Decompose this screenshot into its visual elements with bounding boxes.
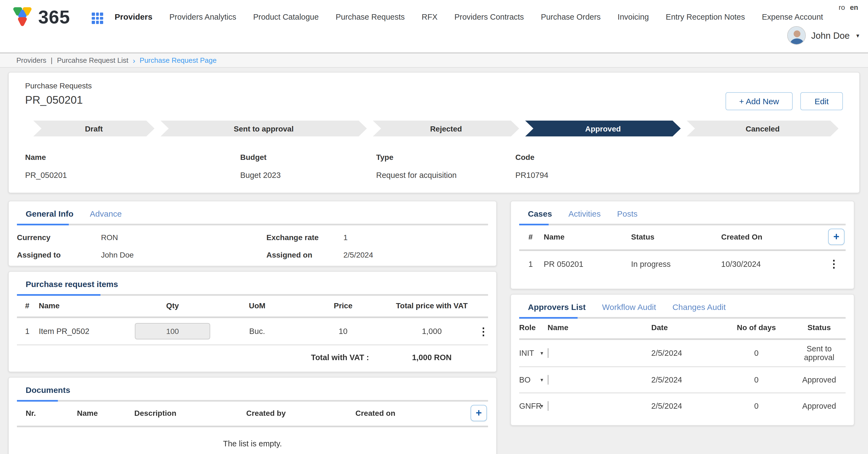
tab-purchase-request-items[interactable]: Purchase request items [26, 280, 118, 289]
logo-triangles-icon [10, 5, 35, 29]
tab-general-info[interactable]: General Info [26, 209, 73, 218]
approvers-tabs: Approvers List Workflow Audit Changes Au… [519, 300, 846, 317]
add-document-button[interactable]: + [471, 405, 487, 421]
app-grid-icon[interactable] [92, 12, 103, 24]
col-name: Name [544, 232, 631, 241]
col-description: Description [134, 409, 246, 417]
tab-posts[interactable]: Posts [617, 209, 638, 218]
status-stepper: Draft Sent to approval Rejected Approved… [33, 121, 839, 136]
exchange-rate-value: 1 [343, 233, 488, 242]
col-num: # [17, 301, 39, 310]
breadcrumb-chevron-icon: › [133, 56, 135, 65]
tab-underline [17, 400, 488, 401]
approver-days: 0 [717, 376, 796, 384]
col-status: Status [631, 232, 721, 241]
documents-empty-message: The list is empty. [17, 427, 488, 454]
item-total: 1,000 [385, 327, 478, 335]
app-window: 365 Providers Providers Analytics Produc… [0, 0, 868, 454]
col-num: # [519, 232, 544, 241]
nav-providers-analytics[interactable]: Providers Analytics [169, 12, 236, 21]
nav-rfx[interactable]: RFX [422, 12, 438, 21]
col-uom: UoM [213, 301, 301, 310]
tab-workflow-audit[interactable]: Workflow Audit [602, 302, 656, 312]
tab-activities[interactable]: Activities [568, 209, 600, 218]
lang-en[interactable]: en [850, 3, 858, 11]
cases-table-header: # Name Status Created On + [519, 225, 846, 249]
tab-cases[interactable]: Cases [528, 209, 552, 218]
col-no-of-days: No of days [717, 323, 796, 332]
case-name: PR 050201 [544, 259, 631, 268]
col-created-on: Created on [355, 409, 448, 417]
col-date: Date [651, 323, 717, 332]
field-code: Code PR10794 [515, 153, 851, 180]
step-draft: Draft [33, 121, 154, 136]
nav-providers-contracts[interactable]: Providers Contracts [455, 12, 524, 21]
approver-role: BO [519, 376, 548, 384]
breadcrumb-purchase-request-page[interactable]: Purchase Request Page [140, 56, 217, 64]
field-name-label: Name [25, 153, 240, 162]
qty-input[interactable] [135, 323, 210, 339]
assigned-on-label: Assigned on [267, 251, 343, 259]
chevron-down-icon: ▾ [856, 32, 859, 39]
nav-invoicing[interactable]: Invoicing [618, 12, 649, 21]
nav-purchase-orders[interactable]: Purchase Orders [541, 12, 600, 21]
approver-name-select[interactable]: ▾ [548, 375, 549, 385]
col-created-on: Created On [721, 232, 819, 241]
tab-underline [519, 224, 846, 225]
approver-role: GNFR [519, 401, 548, 410]
col-created-by: Created by [246, 409, 355, 417]
app-logo[interactable]: 365 [10, 5, 70, 29]
purchase-request-items-tabs: Purchase request items [17, 277, 488, 294]
general-info-card: General Info Advance Currency RON Exchan… [8, 201, 497, 266]
nav-purchase-requests[interactable]: Purchase Requests [336, 12, 405, 21]
approver-status: Approved [796, 376, 846, 384]
col-qty: Qty [131, 301, 213, 310]
nav-providers[interactable]: Providers [115, 12, 152, 21]
language-switcher: ro en [839, 3, 858, 11]
avatar-image [788, 27, 806, 45]
total-with-vat-label: Total with VAT : [17, 353, 385, 362]
item-row: 1 Item PR_0502 Buc. 10 1,000 ⋮ [17, 318, 488, 344]
nav-product-catalogue[interactable]: Product Catalogue [253, 12, 318, 21]
tab-advance[interactable]: Advance [90, 209, 122, 218]
field-budget-value: Buget 2023 [240, 171, 376, 180]
purchase-request-items-card: Purchase request items # Name Qty UoM Pr… [8, 271, 497, 372]
approver-name-select[interactable]: ▾ [548, 401, 549, 411]
exchange-rate-label: Exchange rate [267, 233, 343, 242]
row-menu-icon[interactable]: ⋮ [819, 259, 846, 269]
header-actions: + Add New Edit [725, 92, 843, 110]
row-menu-icon[interactable]: ⋮ [478, 326, 495, 336]
field-code-label: Code [515, 153, 851, 162]
case-num: 1 [519, 259, 544, 268]
section-label: Purchase Requests [17, 81, 851, 90]
tab-documents[interactable]: Documents [26, 385, 70, 394]
lang-ro[interactable]: ro [839, 3, 845, 11]
assigned-to-value: John Doe [101, 251, 267, 259]
nav-entry-reception-notes[interactable]: Entry Reception Notes [666, 12, 745, 21]
items-table-header: # Name Qty UoM Price Total price with VA… [17, 296, 488, 317]
user-menu[interactable]: John Doe ▾ [787, 26, 859, 45]
tab-changes-audit[interactable]: Changes Audit [673, 302, 726, 312]
total-with-vat-value: 1,000 RON [385, 353, 478, 362]
add-new-button[interactable]: + Add New [725, 92, 793, 110]
breadcrumb-providers[interactable]: Providers [17, 56, 46, 64]
documents-table-header: Nr. Name Description Created by Created … [17, 401, 488, 426]
edit-button[interactable]: Edit [800, 92, 843, 110]
breadcrumb-purchase-request-list[interactable]: Purcahse Request List [57, 56, 129, 64]
add-case-button[interactable]: + [828, 229, 844, 245]
field-code-value: PR10794 [515, 171, 851, 180]
field-name: Name PR_050201 [25, 153, 240, 180]
purchase-request-header-card: Purchase Requests PR_050201 + Add New Ed… [8, 72, 860, 193]
approver-row-bo: BO ▾ 2/5/2024 0 Approved [519, 367, 846, 392]
field-type-value: Request for acquisition [376, 171, 515, 180]
breadcrumb-separator: | [51, 56, 53, 64]
col-name: Name [548, 323, 651, 332]
main-nav: Providers Providers Analytics Product Ca… [115, 12, 823, 21]
chevron-down-icon: ▾ [540, 403, 543, 409]
approver-name-select[interactable]: ▾ [548, 348, 549, 358]
tab-approvers-list[interactable]: Approvers List [528, 302, 586, 312]
breadcrumb: Providers | Purcahse Request List › Purc… [0, 54, 868, 68]
approver-status: Sent to approval [796, 344, 846, 362]
nav-expense-account[interactable]: Expense Account [762, 12, 823, 21]
case-row: 1 PR 050201 In progress 10/30/2024 ⋮ [519, 251, 846, 282]
